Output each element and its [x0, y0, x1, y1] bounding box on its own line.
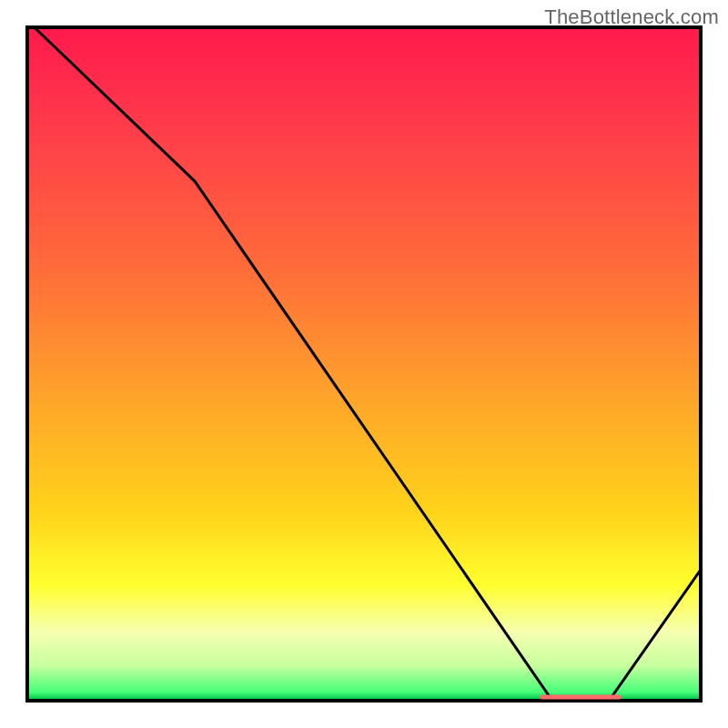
- plot-gradient-bg: [25, 25, 703, 703]
- plot-outer: [25, 25, 703, 703]
- chart-container: TheBottleneck.com: [0, 0, 728, 728]
